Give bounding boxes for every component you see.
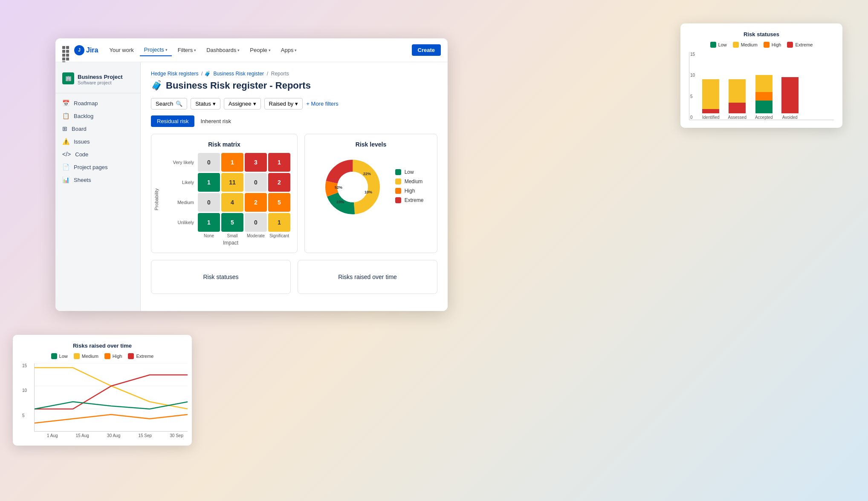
matrix-cell-2-0: 0 <box>198 193 220 212</box>
bar-label-assessed: Assessed <box>728 115 746 120</box>
main-window: J Jira Your work Projects ▾ Filters ▾ Da… <box>55 38 448 311</box>
row-label-likely: Likely <box>171 173 197 192</box>
matrix-cell-3-2: 0 <box>245 213 267 232</box>
page-title-icon: 🧳 <box>151 80 162 91</box>
risks-over-time-card: Risks raised over time <box>298 260 437 294</box>
matrix-grid: Very likely 0 1 3 1 Likely 1 11 0 2 Medi… <box>171 153 290 232</box>
status-chevron: ▾ <box>213 101 216 107</box>
search-input-label: Search <box>156 101 173 107</box>
sidebar-item-code[interactable]: </> Code <box>55 148 140 161</box>
raised-by-chevron: ▾ <box>295 101 298 107</box>
tab-inherent[interactable]: Inherent risk <box>194 115 237 127</box>
svg-text:22%: 22% <box>363 172 371 176</box>
y-axis-labels: 15 10 5 0 <box>690 52 695 120</box>
bar-label-accepted: Accepted <box>755 115 773 120</box>
legend-extreme: Extreme <box>395 197 424 203</box>
over-time-legend-medium: Medium <box>74 353 98 359</box>
col-label-none: None <box>198 233 220 238</box>
project-icon: 🏢 <box>62 72 74 84</box>
matrix-cell-1-3: 2 <box>268 173 290 192</box>
grid-icon[interactable] <box>62 46 71 55</box>
sidebar-item-backlog[interactable]: 📋 Backlog <box>55 109 140 122</box>
sidebar-item-roadmap[interactable]: 📅 Roadmap <box>55 97 140 109</box>
matrix-cell-2-1: 4 <box>221 193 243 212</box>
line-low <box>35 402 188 409</box>
risk-levels-title: Risk levels <box>312 141 430 148</box>
sidebar-item-sheets[interactable]: 📊 Sheets <box>55 173 140 186</box>
nav-apps[interactable]: Apps ▾ <box>277 44 301 56</box>
legend-dot-medium <box>395 179 401 184</box>
assignee-chevron: ▾ <box>253 101 256 107</box>
create-button[interactable]: Create <box>412 44 441 56</box>
legend-high: High <box>395 188 424 194</box>
over-time-dot-low <box>51 353 57 359</box>
bottom-cards: Risk statuses Risks raised over time <box>151 260 437 294</box>
nav-filters[interactable]: Filters ▾ <box>174 44 200 56</box>
status-filter[interactable]: Status ▾ <box>191 98 220 109</box>
col-label-small: Small <box>221 233 243 238</box>
nav-dashboards[interactable]: Dashboards ▾ <box>202 44 244 56</box>
tab-residual[interactable]: Residual risk <box>151 115 194 127</box>
legend-item-high: High <box>764 42 781 48</box>
jira-logo[interactable]: J Jira <box>74 45 98 55</box>
legend-dot-extreme <box>395 197 401 203</box>
sidebar-item-issues[interactable]: ⚠️ Issues <box>55 135 140 148</box>
legend-item-extreme: Extreme <box>787 42 813 48</box>
col-label-moderate: Moderate <box>245 233 267 238</box>
over-time-legend-high: High <box>104 353 122 359</box>
jira-icon: J <box>74 45 84 55</box>
row-label-unlikely: Unlikely <box>171 213 197 232</box>
status-legend-medium <box>733 42 739 48</box>
risk-levels-legend: Low Medium High Extreme <box>395 169 424 207</box>
sidebar-item-board[interactable]: ⊞ Board <box>55 122 140 135</box>
breadcrumb-part1[interactable]: Hedge Risk registers <box>151 71 198 77</box>
svg-text:52%: 52% <box>335 185 342 190</box>
legend-item-medium: Medium <box>733 42 758 48</box>
statuses-bar-legend: Low Medium High Extreme <box>689 42 834 48</box>
bar-identified: Identified <box>702 79 720 120</box>
jira-text: Jira <box>86 46 98 54</box>
matrix-cell-3-3: 1 <box>268 213 290 232</box>
page-title: 🧳 Business Risk register - Reports <box>151 80 437 91</box>
sidebar-item-project-pages[interactable]: 📄 Project pages <box>55 161 140 173</box>
risk-levels-card: Risk levels 52% <box>304 134 437 253</box>
over-time-legend-extreme: Extreme <box>128 353 153 359</box>
matrix-cell-1-0: 1 <box>198 173 220 192</box>
line-extreme <box>35 375 188 409</box>
legend-low: Low <box>395 169 424 175</box>
matrix-y-label: Probability <box>154 188 159 210</box>
row-label-very-likely: Very likely <box>171 153 197 172</box>
more-filters-button[interactable]: + More filters <box>306 101 339 107</box>
over-time-dot-extreme <box>128 353 134 359</box>
bar-assessed-extreme <box>729 103 746 113</box>
over-time-legend: Low Medium High Extreme <box>21 353 183 359</box>
apps-chevron: ▾ <box>295 48 297 52</box>
raised-by-filter[interactable]: Raised by ▾ <box>264 98 303 109</box>
search-box[interactable]: Search 🔍 <box>151 98 187 109</box>
matrix-cell-0-1: 1 <box>221 153 243 172</box>
bar-accepted-high <box>755 92 773 101</box>
bar-identified-medium <box>702 79 719 109</box>
over-time-legend-low: Low <box>51 353 68 359</box>
nav-projects[interactable]: Projects ▾ <box>140 44 172 56</box>
assignee-filter[interactable]: Assignee ▾ <box>224 98 260 109</box>
main-content: Hedge Risk registers / 🧳 Business Risk r… <box>141 62 448 311</box>
breadcrumb-part2[interactable]: Business Risk register <box>213 71 264 77</box>
donut-chart: 52% 22% 10% 23% <box>318 153 387 221</box>
nav-your-work[interactable]: Your work <box>105 44 138 56</box>
bar-accepted-low <box>755 101 773 113</box>
col-label-significant: Significant <box>268 233 290 238</box>
line-x-labels: 1 Aug 15 Aug 30 Aug 15 Sep 30 Sep <box>47 433 183 438</box>
nav-people[interactable]: People ▾ <box>246 44 275 56</box>
svg-text:10%: 10% <box>365 190 372 194</box>
line-medium <box>35 368 188 409</box>
bar-assessed: Assessed <box>728 79 746 120</box>
line-y-labels: 15 10 5 <box>22 363 27 438</box>
bar-avoided-extreme <box>781 77 799 113</box>
breadcrumb-part3: Reports <box>271 71 289 77</box>
over-time-dot-high <box>104 353 110 359</box>
bar-label-identified: Identified <box>702 115 720 120</box>
project-type: Software project <box>78 80 123 85</box>
bar-label-avoided: Avoided <box>782 115 798 120</box>
filters-row: Search 🔍 Status ▾ Assignee ▾ Raised by ▾… <box>151 98 437 109</box>
